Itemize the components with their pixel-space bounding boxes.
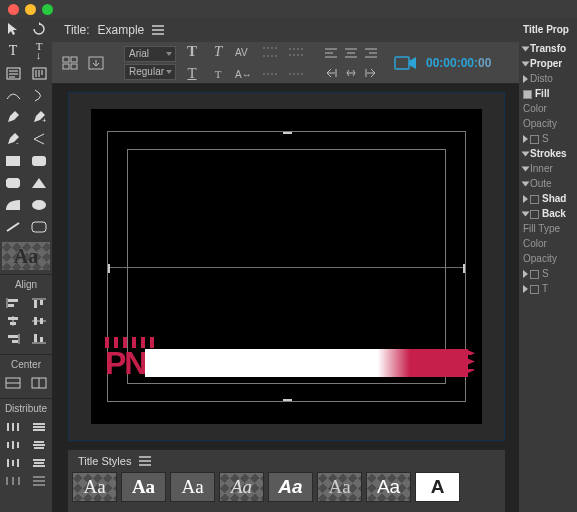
style-swatch[interactable]: Aa (268, 472, 313, 502)
distribute-right[interactable] (2, 455, 24, 471)
prop-group-properties[interactable]: Proper (530, 58, 562, 69)
close-traffic-light[interactable] (8, 4, 19, 15)
panel-menu-icon[interactable] (152, 25, 164, 35)
bold-toggle[interactable]: T (182, 42, 202, 62)
style-swatch[interactable]: Aa (121, 472, 166, 502)
pen-tool[interactable] (0, 106, 26, 128)
align-right[interactable] (2, 331, 24, 347)
rectangle-tool[interactable] (0, 150, 26, 172)
prop-sheen[interactable]: S (542, 133, 549, 144)
underline-toggle[interactable]: T (182, 64, 202, 84)
title-canvas[interactable]: PN (68, 92, 505, 441)
font-weight-select[interactable]: Regular (124, 64, 176, 80)
distribute-vcenter[interactable] (28, 437, 50, 453)
align-text-right[interactable] (362, 44, 380, 62)
distribute-vgap[interactable] (28, 473, 50, 489)
prop-bg-opacity[interactable]: Opacity (519, 251, 577, 266)
style-swatch[interactable]: Aa (72, 472, 117, 502)
leading-icon[interactable] (260, 42, 280, 62)
delete-anchor-tool[interactable]: - (0, 128, 26, 150)
prop-group-transform[interactable]: Transfo (530, 43, 566, 54)
kerning-icon[interactable]: AV (234, 42, 254, 62)
tab-left[interactable] (322, 64, 340, 82)
show-video-icon[interactable] (394, 54, 420, 72)
align-text-left[interactable] (322, 44, 340, 62)
arc-tool[interactable] (0, 194, 26, 216)
distribute-left[interactable] (2, 419, 24, 435)
ellipse-tool[interactable] (26, 194, 52, 216)
font-family-select[interactable]: Arial (124, 46, 176, 62)
prop-distort[interactable]: Disto (530, 73, 553, 84)
size-icon[interactable]: T (208, 64, 228, 84)
timecode-display[interactable]: 00:00:00:00 (426, 56, 491, 70)
style-swatch[interactable]: Aa (219, 472, 264, 502)
lower-third-graphic[interactable]: PN (105, 346, 468, 380)
align-text-center[interactable] (342, 44, 360, 62)
prop-inner-stroke[interactable]: Inner (530, 163, 553, 174)
prop-background[interactable]: Back (542, 208, 566, 219)
prop-shadow[interactable]: Shad (542, 193, 566, 204)
prop-fill-opacity[interactable]: Opacity (519, 116, 577, 131)
path-type-tool[interactable] (0, 84, 26, 106)
align-hcenter[interactable] (2, 313, 24, 329)
rotate-tool[interactable] (26, 18, 52, 40)
style-swatch[interactable]: Aa (366, 472, 411, 502)
distribute-hgap[interactable] (2, 473, 24, 489)
style-swatch[interactable]: Aa (317, 472, 362, 502)
distribute-hcenter[interactable] (2, 437, 24, 453)
prop-outer-stroke[interactable]: Oute (530, 178, 552, 189)
baseline-icon[interactable] (260, 64, 280, 84)
title-options-bar: Arial Regular T T T T AV A↔ 00:00:00:00 (52, 42, 519, 84)
selection-tool[interactable] (0, 18, 26, 40)
align-left[interactable] (2, 295, 24, 311)
vertical-path-type-tool[interactable] (26, 84, 52, 106)
title-properties-panel: Title Prop Transfo Proper Disto Fill Col… (519, 18, 577, 512)
prop-bg-sheen[interactable]: S (542, 268, 549, 279)
align-bottom[interactable] (28, 331, 50, 347)
line-tool[interactable] (0, 216, 26, 238)
clipped-rectangle-tool[interactable] (0, 172, 26, 194)
prop-bg-texture[interactable]: T (542, 283, 548, 294)
add-anchor-tool[interactable]: + (26, 106, 52, 128)
prop-bg-filltype[interactable]: Fill Type (519, 221, 577, 236)
svg-rect-16 (8, 299, 18, 302)
tab-right[interactable] (362, 64, 380, 82)
zoom-traffic-light[interactable] (42, 4, 53, 15)
convert-anchor-tool[interactable] (26, 128, 52, 150)
distribute-bottom[interactable] (28, 455, 50, 471)
rounded-rectangle-tool[interactable] (26, 150, 52, 172)
prop-bg-color[interactable]: Color (519, 236, 577, 251)
vertical-type-tool[interactable]: T↓ (26, 40, 52, 62)
prop-fill-color[interactable]: Color (519, 101, 577, 116)
prop-strokes[interactable]: Strokes (530, 148, 567, 159)
center-horizontal[interactable] (28, 375, 50, 391)
area-type-tool[interactable] (0, 62, 26, 84)
align-vcenter[interactable] (28, 313, 50, 329)
vertical-area-type-tool[interactable] (26, 62, 52, 84)
style-swatch[interactable]: A (415, 472, 460, 502)
type-tool[interactable]: T (0, 40, 26, 62)
svg-rect-23 (10, 322, 16, 325)
style-templates-icon[interactable] (60, 53, 80, 73)
wedge-tool[interactable] (26, 172, 52, 194)
svg-rect-22 (8, 317, 18, 320)
svg-rect-14 (32, 222, 46, 232)
svg-point-12 (32, 200, 46, 210)
center-vertical[interactable] (2, 375, 24, 391)
superscript-icon[interactable] (286, 64, 306, 84)
align-top[interactable] (28, 295, 50, 311)
tracking-icon[interactable]: A↔ (234, 64, 254, 84)
rounded-rectangle-outline-tool[interactable] (26, 216, 52, 238)
svg-rect-44 (12, 441, 14, 449)
prop-fill[interactable]: Fill (535, 88, 549, 99)
svg-rect-42 (33, 429, 45, 431)
italic-toggle[interactable]: T (208, 42, 228, 62)
tab-center[interactable] (342, 64, 360, 82)
svg-rect-61 (63, 57, 69, 62)
distribute-top[interactable] (28, 419, 50, 435)
roll-crawl-icon[interactable] (86, 53, 106, 73)
title-styles-menu-icon[interactable] (139, 456, 151, 466)
small-caps-icon[interactable] (286, 42, 306, 62)
style-swatch[interactable]: Aa (170, 472, 215, 502)
minimize-traffic-light[interactable] (25, 4, 36, 15)
